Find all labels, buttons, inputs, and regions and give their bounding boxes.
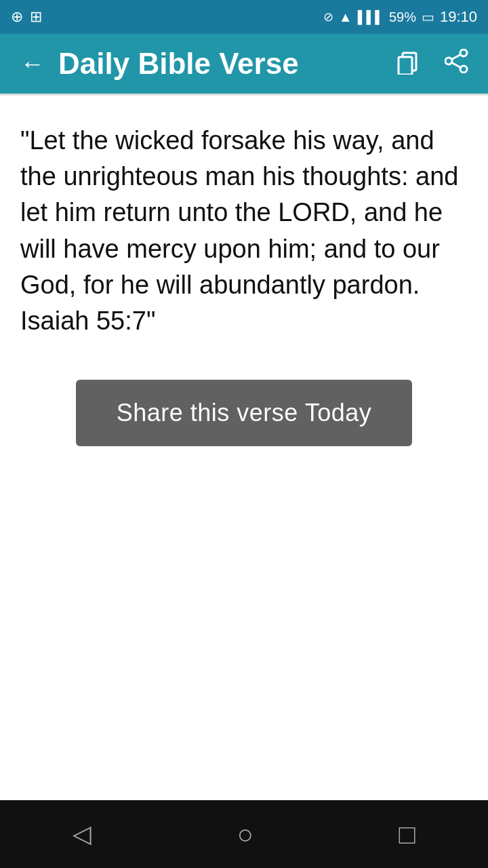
sim-icon: ⊘ xyxy=(323,9,333,24)
svg-point-3 xyxy=(460,66,467,73)
back-button[interactable]: ← xyxy=(14,43,52,85)
verse-text: "Let the wicked forsake his way, and the… xyxy=(20,123,468,339)
wifi-icon: ▲ xyxy=(339,9,352,25)
svg-point-4 xyxy=(445,58,452,64)
battery-icon: ▭ xyxy=(422,9,434,25)
image-icon: ⊞ xyxy=(30,8,42,26)
app-bar-action-icons xyxy=(390,42,474,86)
status-bar: ⊕ ⊞ ⊘ ▲ ▌▌▌ 59% ▭ 19:10 xyxy=(0,0,488,34)
svg-point-2 xyxy=(460,50,467,56)
svg-rect-1 xyxy=(399,57,412,75)
svg-line-6 xyxy=(452,62,461,67)
clock: 19:10 xyxy=(440,8,477,26)
copy-button[interactable] xyxy=(390,42,426,86)
signal-bars-icon: ▌▌▌ xyxy=(358,10,384,24)
svg-line-5 xyxy=(452,54,461,59)
battery-percent: 59% xyxy=(389,9,416,25)
status-left-icons: ⊕ ⊞ xyxy=(11,8,42,26)
share-verse-button[interactable]: Share this verse Today xyxy=(76,380,413,446)
whatsapp-icon: ⊕ xyxy=(11,8,23,26)
main-content: "Let the wicked forsake his way, and the… xyxy=(0,96,488,800)
nav-recent-button[interactable] xyxy=(379,812,436,856)
status-right-area: ⊘ ▲ ▌▌▌ 59% ▭ 19:10 xyxy=(323,8,477,26)
share-button[interactable] xyxy=(439,43,474,85)
nav-back-button[interactable] xyxy=(52,813,112,855)
app-bar: ← Daily Bible Verse xyxy=(0,34,488,94)
app-bar-title: Daily Bible Verse xyxy=(58,47,390,81)
bottom-nav xyxy=(0,800,488,868)
nav-home-button[interactable] xyxy=(217,812,274,856)
